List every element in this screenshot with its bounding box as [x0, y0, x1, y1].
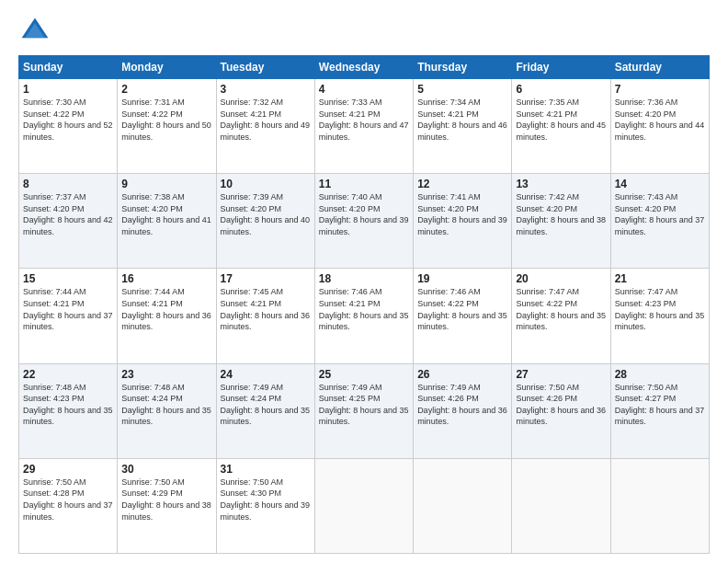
day-number: 23 [121, 368, 211, 381]
calendar-cell [512, 458, 610, 553]
day-info: Sunrise: 7:48 AMSunset: 4:23 PMDaylight:… [23, 382, 113, 428]
day-info: Sunrise: 7:45 AMSunset: 4:21 PMDaylight:… [221, 286, 311, 332]
day-number: 30 [121, 463, 211, 476]
day-number: 5 [417, 83, 507, 96]
day-info: Sunrise: 7:37 AMSunset: 4:20 PMDaylight:… [23, 191, 113, 237]
day-number: 3 [221, 83, 311, 96]
calendar-week-row: 29Sunrise: 7:50 AMSunset: 4:28 PMDayligh… [19, 458, 710, 553]
weekday-header: Tuesday [216, 56, 314, 79]
calendar-cell: 27Sunrise: 7:50 AMSunset: 4:26 PMDayligh… [512, 363, 610, 458]
logo [18, 15, 55, 48]
day-info: Sunrise: 7:46 AMSunset: 4:21 PMDaylight:… [319, 286, 409, 332]
day-number: 24 [221, 368, 311, 381]
calendar-cell: 21Sunrise: 7:47 AMSunset: 4:23 PMDayligh… [610, 269, 709, 363]
day-number: 1 [23, 83, 113, 96]
day-number: 13 [516, 178, 606, 190]
day-number: 22 [23, 368, 113, 381]
day-info: Sunrise: 7:47 AMSunset: 4:22 PMDaylight:… [516, 286, 606, 332]
day-number: 11 [319, 178, 409, 190]
calendar-cell: 23Sunrise: 7:48 AMSunset: 4:24 PMDayligh… [118, 363, 216, 458]
calendar-week-row: 15Sunrise: 7:44 AMSunset: 4:21 PMDayligh… [19, 269, 710, 363]
calendar-table: SundayMondayTuesdayWednesdayThursdayFrid… [18, 55, 710, 554]
day-info: Sunrise: 7:42 AMSunset: 4:20 PMDaylight:… [516, 191, 606, 237]
calendar-cell: 29Sunrise: 7:50 AMSunset: 4:28 PMDayligh… [19, 458, 118, 553]
calendar-cell: 1Sunrise: 7:30 AMSunset: 4:22 PMDaylight… [19, 79, 118, 174]
calendar-cell: 13Sunrise: 7:42 AMSunset: 4:20 PMDayligh… [512, 174, 610, 269]
day-info: Sunrise: 7:47 AMSunset: 4:23 PMDaylight:… [615, 286, 705, 332]
day-number: 10 [221, 178, 311, 190]
day-info: Sunrise: 7:48 AMSunset: 4:24 PMDaylight:… [121, 382, 211, 428]
calendar-cell: 12Sunrise: 7:41 AMSunset: 4:20 PMDayligh… [414, 174, 512, 269]
calendar-cell: 19Sunrise: 7:46 AMSunset: 4:22 PMDayligh… [414, 269, 512, 363]
calendar-cell: 18Sunrise: 7:46 AMSunset: 4:21 PMDayligh… [314, 269, 413, 363]
day-number: 8 [23, 178, 113, 190]
day-number: 16 [121, 272, 211, 285]
calendar-cell: 28Sunrise: 7:50 AMSunset: 4:27 PMDayligh… [610, 363, 709, 458]
calendar-cell: 26Sunrise: 7:49 AMSunset: 4:26 PMDayligh… [414, 363, 512, 458]
day-info: Sunrise: 7:50 AMSunset: 4:27 PMDaylight:… [615, 382, 705, 428]
day-number: 20 [516, 272, 606, 285]
calendar-cell: 14Sunrise: 7:43 AMSunset: 4:20 PMDayligh… [610, 174, 709, 269]
day-number: 6 [516, 83, 606, 96]
calendar-cell [610, 458, 709, 553]
day-number: 4 [319, 83, 409, 96]
calendar-cell: 9Sunrise: 7:38 AMSunset: 4:20 PMDaylight… [118, 174, 216, 269]
day-info: Sunrise: 7:34 AMSunset: 4:21 PMDaylight:… [417, 97, 507, 143]
weekday-header-row: SundayMondayTuesdayWednesdayThursdayFrid… [19, 56, 710, 79]
day-number: 31 [221, 463, 311, 476]
day-number: 29 [23, 463, 113, 476]
calendar-week-row: 1Sunrise: 7:30 AMSunset: 4:22 PMDaylight… [19, 79, 710, 174]
weekday-header: Saturday [610, 56, 709, 79]
day-number: 15 [23, 272, 113, 285]
page: SundayMondayTuesdayWednesdayThursdayFrid… [0, 0, 728, 563]
day-number: 28 [615, 368, 705, 381]
day-info: Sunrise: 7:36 AMSunset: 4:20 PMDaylight:… [615, 97, 705, 143]
day-info: Sunrise: 7:44 AMSunset: 4:21 PMDaylight:… [121, 286, 211, 332]
day-info: Sunrise: 7:50 AMSunset: 4:30 PMDaylight:… [221, 477, 311, 523]
day-info: Sunrise: 7:49 AMSunset: 4:24 PMDaylight:… [221, 382, 311, 428]
header [18, 15, 710, 48]
calendar-cell: 4Sunrise: 7:33 AMSunset: 4:21 PMDaylight… [314, 79, 413, 174]
calendar-cell: 11Sunrise: 7:40 AMSunset: 4:20 PMDayligh… [314, 174, 413, 269]
day-number: 9 [121, 178, 211, 190]
day-number: 26 [417, 368, 507, 381]
weekday-header: Wednesday [314, 56, 413, 79]
calendar-cell: 8Sunrise: 7:37 AMSunset: 4:20 PMDaylight… [19, 174, 118, 269]
day-info: Sunrise: 7:50 AMSunset: 4:28 PMDaylight:… [23, 477, 113, 523]
calendar-cell: 17Sunrise: 7:45 AMSunset: 4:21 PMDayligh… [216, 269, 314, 363]
logo-icon [18, 15, 51, 48]
day-number: 27 [516, 368, 606, 381]
calendar-cell: 15Sunrise: 7:44 AMSunset: 4:21 PMDayligh… [19, 269, 118, 363]
calendar-cell: 22Sunrise: 7:48 AMSunset: 4:23 PMDayligh… [19, 363, 118, 458]
day-info: Sunrise: 7:50 AMSunset: 4:29 PMDaylight:… [121, 477, 211, 523]
day-info: Sunrise: 7:49 AMSunset: 4:26 PMDaylight:… [417, 382, 507, 428]
day-info: Sunrise: 7:31 AMSunset: 4:22 PMDaylight:… [121, 97, 211, 143]
calendar-week-row: 8Sunrise: 7:37 AMSunset: 4:20 PMDaylight… [19, 174, 710, 269]
day-info: Sunrise: 7:33 AMSunset: 4:21 PMDaylight:… [319, 97, 409, 143]
day-number: 21 [615, 272, 705, 285]
day-info: Sunrise: 7:44 AMSunset: 4:21 PMDaylight:… [23, 286, 113, 332]
day-number: 19 [417, 272, 507, 285]
day-number: 7 [615, 83, 705, 96]
day-info: Sunrise: 7:35 AMSunset: 4:21 PMDaylight:… [516, 97, 606, 143]
weekday-header: Monday [118, 56, 216, 79]
weekday-header: Friday [512, 56, 610, 79]
day-info: Sunrise: 7:50 AMSunset: 4:26 PMDaylight:… [516, 382, 606, 428]
day-number: 12 [417, 178, 507, 190]
calendar-cell: 25Sunrise: 7:49 AMSunset: 4:25 PMDayligh… [314, 363, 413, 458]
day-info: Sunrise: 7:49 AMSunset: 4:25 PMDaylight:… [319, 382, 409, 428]
calendar-cell: 5Sunrise: 7:34 AMSunset: 4:21 PMDaylight… [414, 79, 512, 174]
day-info: Sunrise: 7:38 AMSunset: 4:20 PMDaylight:… [121, 191, 211, 237]
calendar-cell [414, 458, 512, 553]
day-number: 2 [121, 83, 211, 96]
day-info: Sunrise: 7:32 AMSunset: 4:21 PMDaylight:… [221, 97, 311, 143]
calendar-cell: 20Sunrise: 7:47 AMSunset: 4:22 PMDayligh… [512, 269, 610, 363]
calendar-cell: 7Sunrise: 7:36 AMSunset: 4:20 PMDaylight… [610, 79, 709, 174]
day-info: Sunrise: 7:40 AMSunset: 4:20 PMDaylight:… [319, 191, 409, 237]
calendar-cell: 31Sunrise: 7:50 AMSunset: 4:30 PMDayligh… [216, 458, 314, 553]
day-number: 17 [221, 272, 311, 285]
day-number: 18 [319, 272, 409, 285]
calendar-week-row: 22Sunrise: 7:48 AMSunset: 4:23 PMDayligh… [19, 363, 710, 458]
day-info: Sunrise: 7:43 AMSunset: 4:20 PMDaylight:… [615, 191, 705, 237]
day-info: Sunrise: 7:46 AMSunset: 4:22 PMDaylight:… [417, 286, 507, 332]
